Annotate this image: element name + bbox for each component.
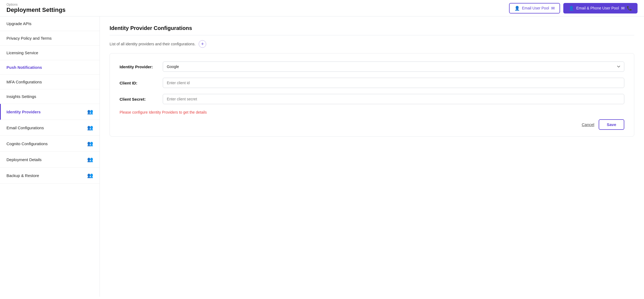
options-label: Options — [6, 3, 66, 6]
main-layout: Upgrade APIs Privacy Policy and Terms Li… — [0, 16, 644, 297]
email-icon-2: ✉ — [621, 6, 625, 11]
sidebar-label-upgrade-apis: Upgrade APIs — [6, 21, 32, 26]
sidebar-item-cognito-configurations[interactable]: Cognito Configurations 👥 — [0, 136, 100, 152]
sidebar-item-email-configurations[interactable]: Email Configurations 👥 — [0, 120, 100, 136]
provider-label: Identity Provider: — [120, 64, 163, 69]
sidebar-item-deployment-details[interactable]: Deployment Details 👥 — [0, 152, 100, 168]
page-title: Deployment Settings — [6, 6, 66, 13]
sidebar: Upgrade APIs Privacy Policy and Terms Li… — [0, 16, 100, 297]
sidebar-label-privacy-policy: Privacy Policy and Terms — [6, 36, 52, 40]
sidebar-label-mfa-configurations: MFA Configurations — [6, 80, 42, 84]
deployment-details-icon: 👥 — [87, 157, 93, 162]
add-provider-button[interactable]: + — [199, 40, 206, 48]
provider-row: Identity Provider: Google Facebook Apple… — [120, 62, 624, 72]
top-bar-right: 👤 Email User Pool ✉ 👤 Email & Phone User… — [509, 3, 638, 13]
email-phone-pool-label: Email & Phone User Pool — [576, 6, 619, 10]
error-message: Please configure Identity Providers to g… — [120, 110, 624, 114]
email-phone-user-pool-button[interactable]: 👤 Email & Phone User Pool ✉ 📞 — [563, 3, 638, 13]
user-icon: 👤 — [514, 6, 520, 11]
client-secret-label: Client Secret: — [120, 97, 163, 101]
sidebar-label-insights-settings: Insights Settings — [6, 94, 36, 99]
sidebar-item-upgrade-apis[interactable]: Upgrade APIs — [0, 16, 100, 31]
sidebar-item-backup-restore[interactable]: Backup & Restore 👥 — [0, 168, 100, 184]
sidebar-label-cognito-configurations: Cognito Configurations — [6, 141, 48, 146]
sidebar-item-licensing-service[interactable]: Licensing Service — [0, 46, 100, 60]
email-icon: ✉ — [551, 6, 555, 11]
backup-restore-icon: 👥 — [87, 172, 93, 178]
cognito-configurations-icon: 👥 — [87, 141, 93, 147]
sidebar-item-push-notifications[interactable]: Push Notifications — [0, 60, 100, 75]
phone-icon: 📞 — [627, 6, 632, 11]
content-area: Identity Provider Configurations List of… — [100, 16, 644, 297]
subtitle-row: List of all identity providers and their… — [110, 40, 634, 48]
client-id-label: Client ID: — [120, 81, 163, 85]
form-actions: Cancel Save — [120, 119, 624, 130]
email-configurations-icon: 👥 — [87, 125, 93, 131]
top-bar-left: Options Deployment Settings — [6, 3, 66, 13]
provider-select[interactable]: Google Facebook Apple Microsoft — [163, 62, 624, 72]
client-id-input[interactable] — [163, 78, 624, 88]
sidebar-item-insights-settings[interactable]: Insights Settings — [0, 89, 100, 104]
sidebar-label-licensing-service: Licensing Service — [6, 50, 38, 55]
sidebar-item-mfa-configurations[interactable]: MFA Configurations — [0, 75, 100, 89]
sidebar-item-privacy-policy[interactable]: Privacy Policy and Terms — [0, 31, 100, 46]
form-card: Identity Provider: Google Facebook Apple… — [110, 53, 634, 137]
sidebar-item-identity-providers[interactable]: Identity Providers 👥 — [0, 104, 100, 120]
cancel-button[interactable]: Cancel — [582, 122, 594, 127]
email-pool-label: Email User Pool — [522, 6, 549, 10]
client-id-row: Client ID: — [120, 78, 624, 88]
sidebar-label-backup-restore: Backup & Restore — [6, 173, 39, 178]
sidebar-label-deployment-details: Deployment Details — [6, 157, 42, 162]
sidebar-label-identity-providers: Identity Providers — [6, 110, 41, 114]
sidebar-label-push-notifications: Push Notifications — [6, 65, 42, 70]
client-secret-row: Client Secret: — [120, 94, 624, 104]
sidebar-label-email-configurations: Email Configurations — [6, 125, 44, 130]
user-icon-2: 👤 — [569, 6, 574, 11]
top-bar: Options Deployment Settings 👤 Email User… — [0, 0, 644, 16]
content-title: Identity Provider Configurations — [110, 25, 634, 35]
client-secret-input[interactable] — [163, 94, 624, 104]
subtitle-text: List of all identity providers and their… — [110, 42, 195, 46]
save-button[interactable]: Save — [599, 119, 624, 130]
identity-providers-icon: 👥 — [87, 109, 93, 115]
email-user-pool-button[interactable]: 👤 Email User Pool ✉ — [509, 3, 560, 13]
